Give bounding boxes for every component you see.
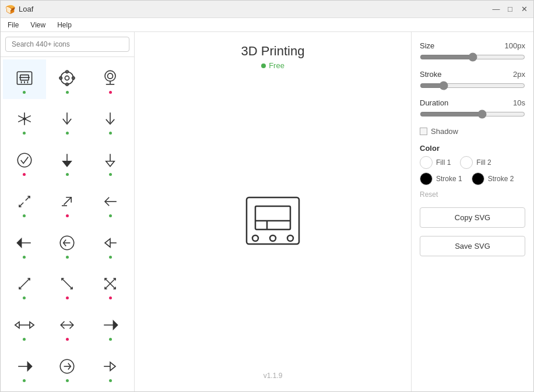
stroke2-label: Stroke 2 [488, 175, 514, 183]
stroke1-swatch[interactable] [420, 172, 433, 185]
size-label: Size [420, 41, 434, 50]
svg-line-27 [19, 203, 23, 207]
titlebar-left: 🍞 Loaf [5, 5, 33, 14]
svg-point-59 [287, 235, 293, 241]
close-button[interactable]: ✕ [519, 5, 529, 14]
svg-marker-26 [106, 161, 114, 167]
icon-cell-arrow-expand-up-right[interactable] [46, 183, 89, 223]
fill-row: Fill 1 Fill 2 [420, 156, 525, 169]
icon-cell-arrow-expand-diagonal[interactable] [89, 266, 132, 305]
icon-cell-arrow-right-solid[interactable] [89, 307, 132, 347]
icon-cell-arrow-left-right-slim[interactable] [46, 307, 89, 347]
icon-cell-printer-3d[interactable] [3, 59, 46, 99]
svg-marker-42 [15, 322, 19, 329]
color-section-title: Color [420, 144, 525, 153]
svg-marker-36 [105, 238, 110, 246]
stroke-label: Stroke [420, 70, 442, 79]
stroke-value: 2px [513, 70, 525, 79]
icon-cell-arrow-down-solid[interactable] [46, 101, 89, 140]
center-panel: 3D Printing Free v1.1.9 [135, 32, 411, 391]
main-area: 3D Printing Free v1.1.9 [1, 32, 533, 391]
icon-cell-circle-check[interactable] [3, 142, 46, 182]
stroke1-group[interactable]: Stroke 1 [420, 172, 462, 185]
icon-title: 3D Printing [241, 44, 305, 59]
icon-cell-arrow-shrink[interactable] [3, 183, 46, 223]
icon-grid [1, 57, 134, 391]
svg-point-7 [65, 76, 69, 80]
menu-file[interactable]: File [5, 21, 21, 29]
minimize-button[interactable]: — [491, 5, 501, 14]
fill1-group[interactable]: Fill 1 [420, 156, 451, 169]
badge-text: Free [269, 61, 284, 70]
shadow-label: Shadow [431, 127, 458, 136]
menu-view[interactable]: View [28, 21, 48, 29]
app-icon: 🍞 [5, 5, 15, 14]
reset-link[interactable]: Reset [420, 190, 438, 199]
stroke-slider[interactable] [420, 81, 525, 90]
icon-cell-asterisk[interactable] [3, 101, 46, 140]
version-label: v1.1.9 [264, 372, 283, 380]
svg-point-22 [17, 153, 31, 167]
sidebar [1, 32, 135, 391]
search-container [1, 32, 134, 57]
duration-header: Duration 10s [420, 98, 525, 107]
icon-cell-arrow-sw-ne[interactable] [3, 266, 46, 305]
icon-cell-arrow-left-right-hollow[interactable] [3, 307, 46, 347]
fill1-swatch[interactable] [420, 156, 433, 169]
size-control: Size 100px [420, 41, 525, 62]
fill2-group[interactable]: Fill 2 [460, 156, 491, 169]
svg-point-12 [105, 70, 115, 81]
fill2-swatch[interactable] [460, 156, 473, 169]
stroke2-swatch[interactable] [472, 172, 484, 185]
save-svg-button[interactable]: Save SVG [420, 236, 525, 256]
stroke1-label: Stroke 1 [436, 175, 462, 183]
shadow-row: Shadow [420, 127, 525, 136]
size-slider[interactable] [420, 52, 525, 62]
svg-point-19 [23, 118, 26, 120]
duration-control: Duration 10s [420, 98, 525, 119]
svg-point-6 [61, 72, 74, 84]
icon-badge: Free [261, 61, 284, 70]
titlebar-title: Loaf [19, 5, 33, 13]
size-header: Size 100px [420, 41, 525, 50]
right-panel: Size 100px Stroke 2px Duration 10s Shado… [411, 32, 533, 391]
icon-cell-arrow-left-solid[interactable] [3, 224, 46, 264]
copy-svg-button[interactable]: Copy SVG [420, 207, 525, 228]
icon-cell-arrow-left-slim[interactable] [89, 183, 132, 223]
fill1-label: Fill 1 [436, 158, 451, 167]
svg-point-13 [108, 73, 113, 78]
badge-dot [261, 63, 266, 68]
menu-help[interactable]: Help [55, 21, 74, 29]
icon-cell-camera-roll[interactable] [46, 59, 89, 99]
icon-cell-arrow-down-outline[interactable] [89, 101, 132, 140]
icon-cell-arrow-down-hollow[interactable] [89, 142, 132, 182]
stroke-header: Stroke 2px [420, 70, 525, 79]
duration-value: 10s [513, 98, 525, 107]
icon-cell-arrow-right-hollow[interactable] [89, 348, 132, 387]
maximize-button[interactable]: □ [505, 5, 515, 14]
svg-marker-32 [17, 238, 21, 246]
search-input[interactable] [5, 37, 129, 52]
titlebar: 🍞 Loaf — □ ✕ [1, 1, 533, 18]
icon-cell-webcam[interactable] [89, 59, 132, 99]
icon-cell-arrow-down-bold[interactable] [46, 142, 89, 182]
svg-rect-54 [255, 206, 290, 229]
titlebar-controls: — □ ✕ [491, 5, 529, 14]
duration-label: Duration [420, 98, 448, 107]
icon-cell-arrow-nw-se[interactable] [46, 266, 89, 305]
icon-cell-circle-right[interactable] [46, 348, 89, 387]
menubar: File View Help [1, 18, 533, 32]
svg-point-58 [270, 235, 276, 241]
svg-marker-52 [110, 362, 115, 370]
svg-marker-48 [27, 362, 31, 370]
icon-cell-arrow-right-solid2[interactable] [3, 348, 46, 387]
svg-marker-43 [30, 322, 34, 329]
icon-cell-arrow-left-hollow[interactable] [89, 224, 132, 264]
shadow-checkbox[interactable] [420, 128, 427, 135]
icon-cell-circle-left[interactable] [46, 224, 89, 264]
duration-slider[interactable] [420, 110, 525, 119]
color-section: Color Fill 1 Fill 2 Stroke 1 Str [420, 144, 525, 199]
svg-marker-46 [114, 321, 118, 329]
stroke2-group[interactable]: Stroke 2 [472, 172, 514, 185]
stroke-control: Stroke 2px [420, 70, 525, 90]
